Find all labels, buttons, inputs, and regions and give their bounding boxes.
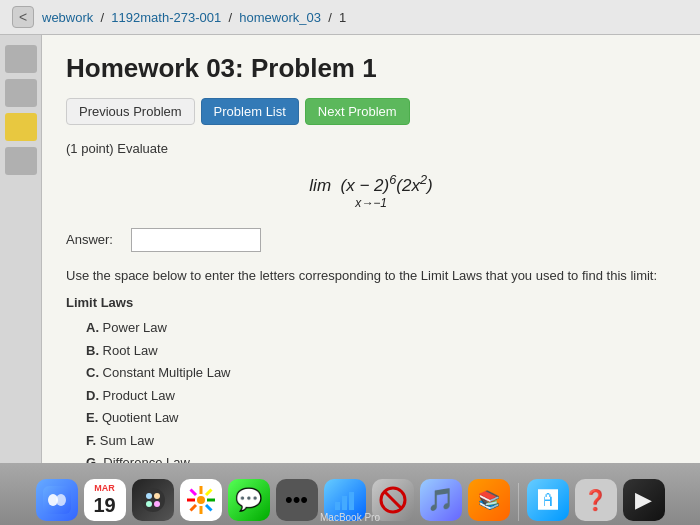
first-answer-input[interactable] (131, 228, 261, 252)
breadcrumb: webwork / 1192math-273-001 / homework_03… (42, 10, 346, 25)
dots-icon[interactable]: ••• (276, 479, 318, 521)
limit-subscript: x→−1 (66, 196, 676, 210)
prev-problem-button[interactable]: Previous Problem (66, 98, 195, 125)
svg-point-9 (197, 496, 205, 504)
sidebar-item-1 (5, 45, 37, 73)
dock-label: MacBook Pro (320, 512, 380, 523)
svg-point-6 (146, 501, 152, 507)
list-item: E. Quotient Law (86, 408, 676, 428)
sidebar (0, 35, 42, 463)
problem-list-button[interactable]: Problem List (201, 98, 299, 125)
dock-separator (518, 483, 519, 521)
play-icon[interactable]: ▶ (623, 479, 665, 521)
calendar-month: MAR (94, 484, 115, 494)
law-letter-b: B. (86, 343, 99, 358)
limit-laws-title: Limit Laws (66, 295, 676, 310)
photos-icon[interactable] (180, 479, 222, 521)
appstore-icon[interactable]: 🅰 (527, 479, 569, 521)
sidebar-item-2 (5, 79, 37, 107)
breadcrumb-course[interactable]: 1192math-273-001 (111, 10, 221, 25)
dock: MAR 19 💬 ••• (0, 463, 700, 525)
law-letter-d: D. (86, 388, 99, 403)
math-formula: lim (x − 2)6(2x2) x→−1 (66, 172, 676, 210)
list-item: A. Power Law (86, 318, 676, 338)
list-item: D. Product Law (86, 386, 676, 406)
launchpad-icon[interactable] (132, 479, 174, 521)
calendar-icon[interactable]: MAR 19 (84, 479, 126, 521)
law-letter-a: A. (86, 320, 99, 335)
breadcrumb-problem: 1 (339, 10, 346, 25)
breadcrumb-homework[interactable]: homework_03 (239, 10, 321, 25)
top-bar: < webwork / 1192math-273-001 / homework_… (0, 0, 700, 35)
svg-point-7 (154, 501, 160, 507)
help-icon[interactable]: ❓ (575, 479, 617, 521)
books-icon[interactable]: 📚 (468, 479, 510, 521)
page-title: Homework 03: Problem 1 (66, 53, 676, 84)
svg-point-5 (154, 493, 160, 499)
back-button[interactable]: < (12, 6, 34, 28)
law-letter-g: G. (86, 455, 100, 463)
sidebar-item-4 (5, 147, 37, 175)
list-item: B. Root Law (86, 341, 676, 361)
main-content: Homework 03: Problem 1 Previous Problem … (42, 35, 700, 463)
svg-rect-12 (349, 492, 354, 510)
instructions-text: Use the space below to enter the letters… (66, 266, 676, 286)
first-answer-label: Answer: (66, 232, 121, 247)
law-letter-e: E. (86, 410, 98, 425)
next-problem-button[interactable]: Next Problem (305, 98, 410, 125)
svg-point-2 (56, 494, 66, 506)
list-item: G. Difference Law (86, 453, 676, 463)
svg-line-14 (384, 491, 402, 509)
list-item: F. Sum Law (86, 431, 676, 451)
music-icon[interactable]: 🎵 (420, 479, 462, 521)
messages-icon[interactable]: 💬 (228, 479, 270, 521)
law-letter-f: F. (86, 433, 96, 448)
calendar-day: 19 (93, 494, 115, 516)
svg-rect-11 (342, 496, 347, 510)
list-item: C. Constant Multiple Law (86, 363, 676, 383)
problem-description: (1 point) Evaluate (66, 141, 676, 156)
svg-rect-10 (335, 502, 340, 510)
nav-buttons: Previous Problem Problem List Next Probl… (66, 98, 676, 125)
svg-point-4 (146, 493, 152, 499)
breadcrumb-webwork[interactable]: webwork (42, 10, 93, 25)
law-letter-c: C. (86, 365, 99, 380)
limit-laws-list: A. Power Law B. Root Law C. Constant Mul… (66, 318, 676, 463)
svg-point-3 (141, 488, 165, 512)
finder-icon[interactable] (36, 479, 78, 521)
first-answer-row: Answer: (66, 228, 676, 252)
sidebar-item-3 (5, 113, 37, 141)
